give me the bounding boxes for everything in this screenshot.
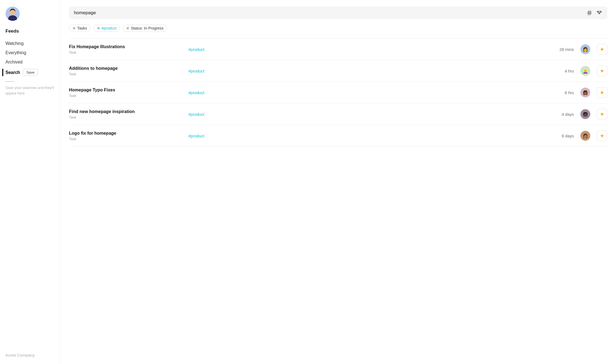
sidebar: Feeds Watching Everything Archived Searc… [0, 0, 60, 364]
avatar[interactable] [5, 7, 54, 21]
star-icon-4: ★ [600, 133, 604, 139]
result-tag-3[interactable]: #product [188, 112, 550, 117]
result-time-1: 4 hrs [555, 69, 574, 73]
result-tag-4[interactable]: #product [188, 134, 550, 138]
result-time-4: 6 days [555, 134, 574, 138]
results-list: Fix Homepage Illustrations Task #product… [69, 39, 607, 147]
result-title-0: Fix Homepage Illustrations [69, 44, 184, 49]
result-time-2: 6 hrs [555, 90, 574, 95]
result-tag-1[interactable]: #product [188, 69, 550, 73]
result-info-1: Additions to homepage Task [69, 66, 184, 76]
remove-tasks-filter[interactable]: ✕ [73, 26, 76, 30]
table-row: Logo fix for homepage Task #product 6 da… [69, 125, 607, 147]
result-type-1: Task [69, 72, 184, 76]
sidebar-bottom: Acme Company [5, 347, 54, 357]
table-row: Find new homepage inspiration Task #prod… [69, 103, 607, 125]
filter-status-label: Status: In Progress [131, 26, 163, 30]
star-button-1[interactable]: ★ [597, 66, 607, 76]
star-icon-2: ★ [600, 89, 604, 96]
sidebar-item-everything[interactable]: Everything [5, 48, 54, 57]
remove-product-filter[interactable]: ✕ [97, 26, 100, 30]
result-tag-2[interactable]: #product [188, 90, 550, 95]
star-button-2[interactable]: ★ [597, 87, 607, 98]
result-title-2: Homepage Typo Fixes [69, 88, 184, 93]
result-avatar-4: 👩🏽 [580, 131, 590, 141]
star-button-4[interactable]: ★ [597, 131, 607, 141]
star-button-3[interactable]: ★ [597, 109, 607, 119]
remove-status-filter[interactable]: ✕ [126, 26, 129, 30]
result-title-1: Additions to homepage [69, 66, 184, 71]
result-time-3: 4 days [555, 112, 574, 117]
filter-tasks[interactable]: ✕ Tasks [69, 25, 91, 32]
main-content: ✕ Tasks ✕ #product ✕ Status: In Progress… [60, 0, 616, 364]
star-button-0[interactable]: ★ [597, 44, 607, 54]
star-icon-3: ★ [600, 111, 604, 117]
feeds-heading: Feeds [5, 28, 54, 34]
result-info-2: Homepage Typo Fixes Task [69, 88, 184, 98]
result-tag-0[interactable]: #product [188, 47, 550, 52]
filter-tasks-label: Tasks [77, 26, 87, 30]
result-avatar-3: 🧑🏿 [580, 109, 590, 119]
star-icon-1: ★ [600, 68, 604, 74]
company-name: Acme Company [5, 353, 54, 357]
filter-icon[interactable] [596, 10, 602, 16]
sidebar-item-archived[interactable]: Archived [5, 57, 54, 67]
sidebar-item-watching[interactable]: Watching [5, 39, 54, 48]
star-icon-0: ★ [600, 46, 604, 52]
filter-product[interactable]: ✕ #product [93, 25, 120, 32]
result-avatar-1: 👱‍♀️ [580, 66, 590, 76]
result-info-3: Find new homepage inspiration Task [69, 109, 184, 119]
result-title-3: Find new homepage inspiration [69, 109, 184, 114]
table-row: Homepage Typo Fixes Task #product 6 hrs … [69, 82, 607, 103]
result-info-4: Logo fix for homepage Task [69, 131, 184, 141]
table-row: Additions to homepage Task #product 4 hr… [69, 60, 607, 82]
result-time-0: 28 mins [555, 47, 574, 52]
result-title-4: Logo fix for homepage [69, 131, 184, 136]
result-type-4: Task [69, 137, 184, 141]
result-avatar-0: 👩 [580, 44, 590, 54]
result-info-0: Fix Homepage Illustrations Task [69, 44, 184, 54]
save-search-button[interactable]: Save [23, 69, 38, 76]
sidebar-item-search[interactable]: Search Save [5, 67, 54, 78]
search-input[interactable] [74, 10, 584, 16]
table-row: Fix Homepage Illustrations Task #product… [69, 39, 607, 60]
search-bar [69, 7, 607, 19]
search-icons [586, 10, 602, 16]
result-avatar-2: 👩🏾 [580, 88, 590, 97]
svg-line-6 [588, 11, 589, 15]
result-type-0: Task [69, 50, 184, 54]
sidebar-divider [5, 81, 14, 82]
result-type-2: Task [69, 94, 184, 98]
filters-row: ✕ Tasks ✕ #product ✕ Status: In Progress [69, 25, 607, 32]
save-hint-text: Save your searches and they'll appear he… [5, 85, 54, 96]
filter-status[interactable]: ✕ Status: In Progress [123, 25, 167, 32]
result-type-3: Task [69, 115, 184, 119]
svg-line-7 [590, 11, 591, 15]
filter-product-label: #product [102, 26, 116, 30]
hash-icon[interactable] [586, 10, 592, 16]
